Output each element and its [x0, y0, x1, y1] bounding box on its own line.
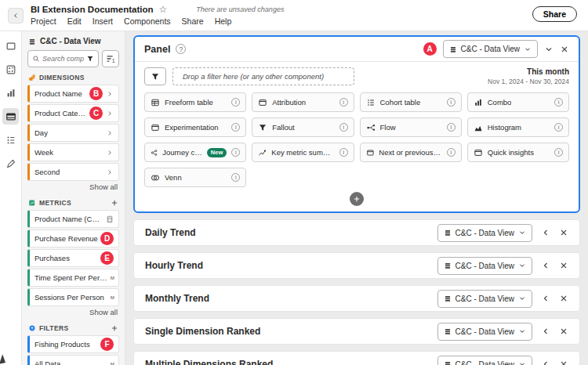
workspace-canvas: Panel A C&C - Data View	[125, 31, 588, 365]
visualizations-icon[interactable]	[2, 85, 19, 101]
chevron-right-icon[interactable]	[106, 90, 114, 98]
chevron-right-icon[interactable]	[106, 168, 114, 176]
combo-icon	[474, 98, 483, 107]
favorite-star-icon[interactable]: ☆	[159, 5, 168, 14]
search-box[interactable]	[27, 50, 99, 67]
info-icon[interactable]	[231, 123, 240, 132]
metric-type-icon: ᴍ	[111, 294, 114, 301]
expand-panel-button[interactable]	[541, 228, 550, 237]
date-range-picker[interactable]: This month Nov 1, 2024 - Nov 30, 2024	[488, 67, 569, 85]
tile-experimentation[interactable]: Experimentation	[144, 117, 246, 137]
expand-panel-button[interactable]	[541, 261, 550, 270]
tables-icon[interactable]	[2, 108, 19, 125]
info-icon[interactable]	[554, 123, 563, 132]
segment-funnel-button[interactable]	[144, 67, 166, 85]
share-button[interactable]: Share	[532, 6, 577, 22]
metric-item-time-spent[interactable]: Time Spent Per Person ᴍ	[27, 269, 119, 287]
panel-multiple-dimensions-ranked[interactable]: Multiple Dimensions Ranked C&C - Data Vi…	[133, 351, 580, 365]
dimensions-show-all[interactable]: Show all	[29, 182, 118, 193]
add-filter-button[interactable]	[111, 324, 118, 332]
dimension-item-week[interactable]: Week	[27, 143, 119, 161]
expand-panel-button[interactable]	[541, 360, 550, 365]
info-icon[interactable]	[339, 123, 348, 132]
tile-journey-canvas[interactable]: Journey canvasNew	[144, 143, 246, 162]
add-button[interactable]	[350, 192, 364, 206]
tile-quick-insights[interactable]: Quick insights	[467, 143, 569, 162]
components-icon[interactable]	[2, 61, 19, 78]
menu-help[interactable]: Help	[215, 16, 232, 26]
tile-fallout[interactable]: Fallout	[252, 117, 354, 137]
panel-data-view-selector[interactable]: C&C - Data View	[443, 40, 538, 58]
menu-project[interactable]: Project	[31, 16, 56, 26]
info-icon[interactable]	[554, 98, 563, 107]
back-button[interactable]	[8, 8, 24, 23]
metrics-show-all[interactable]: Show all	[29, 308, 118, 318]
metric-item-sessions[interactable]: Sessions Per Person ᴍ	[27, 288, 119, 306]
info-icon[interactable]	[447, 123, 456, 132]
menu-share[interactable]: Share	[182, 16, 204, 26]
close-panel-button[interactable]	[559, 228, 568, 237]
chevron-right-icon[interactable]	[106, 129, 114, 137]
filter-item-all-data[interactable]: All Data ᴍ	[27, 355, 119, 365]
panel-hourly-trend[interactable]: Hourly Trend C&C - Data View	[133, 252, 580, 279]
expand-panel-button[interactable]	[541, 294, 550, 303]
panel-monthly-trend[interactable]: Monthly Trend C&C - Data View	[133, 285, 580, 312]
info-icon[interactable]	[447, 148, 456, 157]
close-panel-button[interactable]	[559, 360, 568, 365]
info-icon[interactable]	[231, 173, 240, 182]
info-icon[interactable]	[231, 98, 240, 107]
tile-venn[interactable]: Venn	[144, 168, 246, 187]
chevron-right-icon[interactable]	[106, 110, 114, 117]
filter-drop-zone[interactable]: Drop a filter here (or any other compone…	[172, 67, 354, 85]
tile-freeform-table[interactable]: Freeform table	[144, 92, 246, 112]
menu-insert[interactable]: Insert	[93, 16, 113, 26]
close-panel-button[interactable]	[559, 261, 568, 270]
info-icon[interactable]	[231, 148, 240, 157]
info-icon[interactable]	[554, 148, 563, 157]
tile-flow[interactable]: Flow	[360, 117, 462, 137]
annotation-pen-icon[interactable]	[2, 155, 19, 172]
metric-item-product-name-count[interactable]: Product Name (Count Dist...	[27, 210, 119, 228]
panel-data-view-selector[interactable]: C&C - Data View	[437, 224, 532, 242]
tile-combo[interactable]: Combo	[467, 92, 569, 112]
metric-item-purchases[interactable]: Purchases E	[27, 249, 119, 267]
expand-panel-button[interactable]	[541, 327, 550, 336]
panels-icon[interactable]	[2, 38, 19, 54]
help-icon[interactable]	[176, 44, 186, 54]
panel-data-view-selector[interactable]: C&C - Data View	[437, 257, 532, 275]
info-icon[interactable]	[339, 98, 348, 107]
filter-item-fishing-products[interactable]: Fishing Products F	[27, 335, 119, 353]
metric-item-purchase-revenue[interactable]: Purchase Revenue D	[27, 229, 119, 248]
panel-data-view-selector[interactable]: C&C - Data View	[437, 290, 532, 308]
tile-next-previous-item[interactable]: Next or previous item	[360, 143, 462, 162]
collapse-panel-button[interactable]	[544, 45, 554, 54]
tile-cohort-table[interactable]: Cohort table	[360, 92, 462, 112]
tile-histogram[interactable]: Histogram	[467, 117, 569, 137]
panel-daily-trend[interactable]: Daily Trend C&C - Data View	[133, 219, 580, 246]
list-view-icon[interactable]	[2, 132, 19, 148]
info-icon[interactable]	[447, 98, 456, 107]
dimension-item-product-name[interactable]: Product Name B	[27, 85, 119, 103]
dimension-item-second[interactable]: Second	[27, 163, 119, 181]
sort-button[interactable]	[102, 50, 119, 67]
chevron-right-icon[interactable]	[106, 149, 114, 157]
panel-data-view-selector[interactable]: C&C - Data View	[437, 323, 532, 341]
menu-components[interactable]: Components	[124, 16, 171, 26]
dimension-item-day[interactable]: Day	[27, 124, 119, 142]
close-panel-button[interactable]	[559, 327, 568, 336]
info-icon[interactable]	[339, 148, 348, 157]
tile-attribution[interactable]: Attribution	[252, 92, 354, 112]
filter-funnel-icon[interactable]	[86, 55, 94, 63]
menu-edit[interactable]: Edit	[67, 16, 82, 26]
panel-data-view-selector[interactable]: C&C - Data View	[437, 356, 532, 365]
tile-key-metric-summary[interactable]: Key metric summary	[252, 143, 354, 162]
panel-title: Single Dimension Ranked	[145, 326, 260, 337]
panel-blank[interactable]: Panel A C&C - Data View	[133, 35, 580, 213]
close-panel-button[interactable]	[560, 45, 569, 54]
panel-single-dimension-ranked[interactable]: Single Dimension Ranked C&C - Data View	[133, 318, 580, 345]
search-input[interactable]	[42, 55, 84, 63]
close-panel-button[interactable]	[559, 294, 568, 303]
add-metric-button[interactable]	[111, 199, 118, 207]
dimension-item-product-category[interactable]: Product Category C	[27, 104, 119, 122]
sidebar-data-view[interactable]: C&C - Data View	[27, 35, 119, 50]
